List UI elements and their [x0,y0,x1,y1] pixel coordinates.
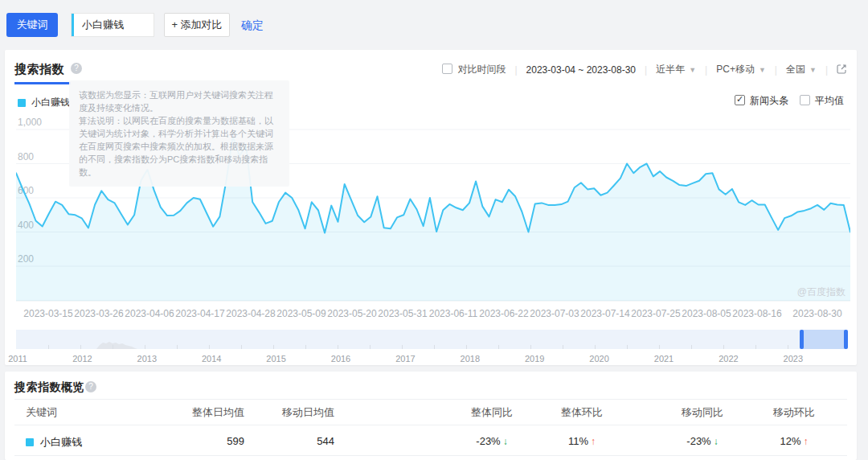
table-cell-keyword: 小白赚钱 [26,435,82,450]
change-value: -23% [686,435,710,447]
divider [14,425,847,425]
slider-tick [755,345,756,349]
table-cell-change: 12%↑ [780,435,808,447]
keyword-swatch [26,438,34,446]
slider-tick [595,345,596,349]
change-value: -23% [476,435,500,447]
arrow-up-icon: ↑ [804,436,809,447]
help-icon[interactable]: ? [71,63,82,74]
external-link-icon[interactable] [837,64,847,76]
x-tick-label: 2023-03-15 [23,308,72,319]
help-icon[interactable]: ? [85,381,96,392]
region-dropdown[interactable]: 全国▼ [786,63,817,76]
active-tab-underline [14,82,71,84]
table-cell-change: 11%↑ [568,435,596,447]
slider-tick [723,345,724,349]
slider-tick [402,345,403,349]
x-tick-label: 2023-08-30 [792,308,841,319]
news-headlines-checkbox[interactable] [735,95,745,105]
x-tick-label: 2023-04-06 [125,308,174,319]
keyword-input[interactable] [74,19,146,31]
slider-tick [48,345,49,349]
help-tooltip: 该数据为您显示：互联网用户对关键词搜索关注程度及持续变化情况。 算法说明：以网民… [69,80,289,187]
slider-tick [563,345,563,349]
x-tick-label: 2023-05-20 [327,308,376,319]
table-cell-value: 544 [317,435,334,447]
compare-period-option[interactable]: 对比时间段 [442,63,506,76]
period-dropdown[interactable]: 近半年▼ [656,63,696,76]
slider-year-label: 2015 [266,354,285,363]
average-option[interactable]: 平均值 [800,94,844,108]
average-label: 平均值 [815,95,844,106]
y-axis-label: 800 [18,151,34,162]
table-header-cell: 整体同比 [471,405,513,420]
keyword-input-wrap [71,13,154,37]
table-header-cell: 移动日均值 [282,405,334,420]
divider: | [775,64,777,76]
slider-year-label: 2018 [461,354,480,363]
x-tick-label: 2023-06-22 [479,308,528,319]
slider-selected-range[interactable] [801,330,846,349]
slider-year-label: 2023 [784,354,803,363]
news-headlines-label: 新闻头条 [750,95,788,106]
slider-year-label: 2016 [331,354,350,363]
change-value: 12% [780,435,800,447]
slider-tick [466,345,467,349]
slider-year-label: 2011 [8,354,27,363]
date-range-picker[interactable]: 2023-03-04 ~ 2023-08-30 [526,64,636,76]
slider-tick [659,345,660,349]
x-tick-label: 2023-05-09 [276,308,326,319]
tab-search-index[interactable]: 搜索指数 [14,62,64,77]
y-axis-label: 1,000 [18,117,42,128]
keyword-label: 小白赚钱 [40,435,82,450]
slider-tick [691,345,692,349]
slider-preview [16,330,847,349]
divider: | [825,64,828,76]
slider-year-label: 2017 [395,354,415,363]
add-compare-button[interactable]: + 添加对比 [164,13,230,37]
chevron-down-icon: ▼ [809,66,817,74]
arrow-down-icon: ↓ [503,436,508,447]
x-tick-label: 2023-07-25 [631,308,680,319]
timeline-slider[interactable] [16,330,847,349]
arrow-down-icon: ↓ [714,436,719,447]
compare-period-label: 对比时间段 [457,64,506,75]
slider-year-label: 2019 [525,354,544,363]
tooltip-text: 算法说明：以网民在百度的搜索量为数据基础，以关键词为统计对象，科学分析并计算出各… [79,114,280,179]
keyword-tab-button[interactable]: 关键词 [6,13,58,37]
divider: | [705,64,707,76]
search-index-panel: 搜索指数 ? 对比时间段 | 2023-03-04 ~ 2023-08-30 |… [5,50,857,365]
slider-tick [370,345,371,349]
slider-tick [530,345,531,349]
news-headlines-option[interactable]: 新闻头条 [735,94,788,108]
average-checkbox[interactable] [800,95,810,105]
slider-tick [338,345,338,349]
slider-tick [627,345,628,349]
legend-swatch [18,99,26,107]
slider-tick [177,345,178,349]
divider: | [514,64,517,76]
slider-right-handle[interactable] [844,330,848,349]
slider-tick [434,345,435,349]
slider-year-label: 2014 [202,354,221,363]
x-tick-label: 2023-08-05 [682,308,731,319]
divider [14,399,847,400]
slider-left-handle[interactable] [800,330,804,349]
slider-tick [209,345,210,349]
x-tick-label: 2023-05-31 [378,308,427,319]
tooltip-text: 该数据为您显示：互联网用户对关键词搜索关注程度及持续变化情况。 [79,88,280,114]
x-tick-label: 2023-04-28 [226,308,275,319]
compare-period-checkbox[interactable] [442,64,452,74]
slider-year-label: 2013 [137,354,157,363]
legend-item[interactable]: 小白赚钱 [18,96,70,109]
confirm-link[interactable]: 确定 [241,18,264,33]
device-dropdown[interactable]: PC+移动▼ [716,63,766,76]
divider: | [645,64,647,76]
slider-tick [498,345,499,349]
chevron-down-icon: ▼ [759,66,766,74]
table-header-cell: 移动同比 [682,405,723,420]
table-cell-change: -23%↓ [686,435,718,447]
slider-year-label: 2022 [719,354,738,363]
x-tick-label: 2023-07-03 [530,308,579,319]
slider-tick [145,345,145,349]
